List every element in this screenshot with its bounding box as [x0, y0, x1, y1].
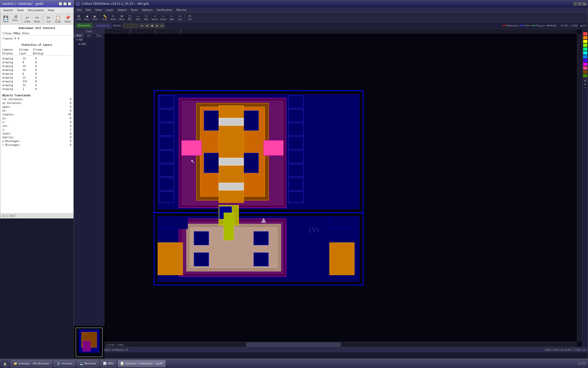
calibre-menu-object[interactable]: Object — [116, 8, 129, 12]
layer-color-1[interactable] — [583, 32, 587, 36]
menu-search[interactable]: Search — [1, 8, 15, 12]
svg-rect-57 — [194, 253, 209, 266]
tab-clips[interactable]: Clips — [94, 34, 104, 37]
taskbar-virtuoso[interactable]: 🔬 virtuoso — [54, 360, 75, 367]
virtuoso-icon: 🔬 — [57, 362, 60, 365]
taskbar-terminal[interactable]: 💻 Terminal — [77, 360, 99, 367]
vertex-button[interactable]: • Vertex — [151, 14, 159, 21]
geom-input[interactable] — [123, 23, 138, 28]
bookmarks-button[interactable]: Bookmarks — [75, 23, 93, 28]
layer-color-10[interactable] — [583, 66, 587, 70]
layer-row: drawing120 — [2, 76, 71, 80]
calibre-menu-file[interactable]: File — [75, 8, 84, 12]
taskbar-gedit[interactable]: 📝 readme (~Desktop) - gedit — [118, 360, 166, 367]
tab-list[interactable]: List — [84, 34, 94, 37]
save-button[interactable]: 💾 Save — [1, 14, 10, 24]
forth-button[interactable]: ▶ Forth — [91, 14, 99, 21]
ruler-button[interactable]: 📏 Ruler — [101, 14, 109, 21]
layer-color-8[interactable] — [583, 59, 587, 62]
menu-help[interactable]: Help — [46, 8, 56, 12]
taskbar-file-browser[interactable]: 📁 icdesign - File Browser — [11, 360, 52, 367]
layer-color-6[interactable] — [583, 51, 587, 55]
object-row: hs:0 — [2, 109, 71, 113]
clip-button[interactable]: ✂ Clip — [176, 14, 184, 21]
nav-last-button[interactable]: ⏭ — [160, 23, 165, 28]
horizontal-scrollbar[interactable] — [104, 342, 577, 347]
menu-tools[interactable]: Tools — [15, 8, 26, 12]
canvas-area[interactable]: -5 0 5 1.0 um — [104, 29, 582, 347]
fill-tool[interactable]: ▪ — [582, 82, 588, 86]
copy-button[interactable]: 📋 Copy — [54, 14, 63, 24]
nav-center-button[interactable]: ● — [150, 23, 154, 28]
layer-color-9[interactable] — [583, 63, 587, 66]
cell-child-name: INV — [82, 43, 86, 45]
notch-button[interactable]: ⌐ Notch — [159, 14, 167, 21]
paste-icon: 📌 — [65, 15, 70, 20]
undo-button[interactable]: ↩ Undo — [23, 14, 32, 24]
nav-next-button[interactable]: ▶ — [155, 23, 159, 28]
taskbar-drv[interactable]: 📊 DRV — [100, 360, 116, 367]
layer-color-4[interactable] — [583, 43, 587, 47]
svg-rect-46 — [219, 118, 244, 126]
cut-button[interactable]: ✂ Cut — [44, 14, 53, 24]
layer-color-3[interactable] — [583, 40, 587, 43]
calibre-menu-edit[interactable]: Edit — [84, 8, 93, 12]
terminal-label: Terminal — [84, 362, 96, 365]
calibre-minimize-button[interactable]: _ — [574, 2, 577, 6]
select-button[interactable]: ↖ Select — [109, 14, 118, 21]
back-button[interactable]: ◀ Back — [83, 14, 91, 21]
drv-label: DRV — [108, 362, 113, 365]
minimize-button[interactable]: _ — [59, 2, 62, 6]
tab-tree[interactable]: Tree — [74, 34, 84, 37]
object-row: es:0 — [2, 116, 71, 120]
svg-rect-62 — [158, 243, 183, 275]
layer-color-5[interactable] — [583, 47, 587, 51]
zall-button[interactable]: ⊞ Z All — [75, 14, 83, 21]
menu-documents[interactable]: Documents — [26, 8, 46, 12]
layer-color-11[interactable] — [583, 70, 587, 74]
poly-icon: ⬠ — [145, 14, 147, 18]
split-button[interactable]: ⊢ Split — [168, 14, 176, 21]
cells-panel: Cells Tree List Clips ▼ INV ● INV — [74, 29, 104, 347]
calibre-menu-tools[interactable]: Tools — [129, 8, 140, 12]
path-button[interactable]: — Path — [134, 14, 142, 21]
calibre-menu-layer[interactable]: Layer — [104, 8, 116, 12]
layouts-button[interactable]: Layouts (1) — [94, 23, 111, 28]
clock: 12:34 — [578, 362, 585, 365]
redo-icon: ↪ — [35, 15, 39, 20]
clip-label: Clip — [178, 18, 182, 21]
gedit-content-area: Individual Cell Statisti l/View PRBdy Ot… — [0, 25, 73, 214]
h-scroll-thumb[interactable] — [246, 343, 341, 347]
nav-prev-button[interactable]: ◀ — [145, 23, 149, 28]
maximize-button[interactable]: □ — [63, 2, 67, 6]
calibre-menu-verification[interactable]: Verification — [155, 8, 174, 12]
calibre-menu-view[interactable]: View — [93, 8, 104, 12]
hatch-tool[interactable]: ▦ — [582, 79, 588, 82]
calibre-maximize-button[interactable]: □ — [578, 2, 581, 6]
layer-row: drawing90 — [2, 60, 71, 64]
gedit-window: readme (~Desktop) - gedit _ □ × Search T… — [0, 0, 74, 219]
move-button[interactable]: ✥ Move — [118, 14, 126, 21]
paste-button[interactable]: 📌 Paste — [63, 14, 72, 24]
close-button[interactable]: × — [68, 2, 71, 6]
cell-tree-inv-child[interactable]: ● INV — [74, 42, 104, 46]
print-button[interactable]: 🖨 Print . — [11, 14, 21, 24]
object-row: s:2 — [2, 128, 71, 132]
layer-color-7[interactable] — [583, 55, 587, 58]
start-button[interactable]: 🐧 — [1, 360, 9, 368]
calibre-menu-options[interactable]: Options — [140, 8, 154, 12]
redo-button[interactable]: ↪ Redo — [32, 14, 42, 24]
poly-button[interactable]: ⬠ Poly — [142, 14, 150, 21]
nav-first-button[interactable]: ⏮ — [140, 23, 144, 28]
calibre-menu-macros[interactable]: Macros — [174, 8, 188, 12]
box-button[interactable]: □ Box — [126, 14, 134, 21]
layer-color-2[interactable] — [583, 36, 587, 39]
cell-tree-inv-parent[interactable]: ▼ INV — [74, 38, 104, 42]
line-tool[interactable]: ═ — [582, 86, 588, 89]
canvas-viewport[interactable]: INV ↖ — [104, 34, 577, 342]
path-label: Path — [136, 18, 140, 21]
layer-row: drawing140 — [2, 68, 71, 72]
2ai-button[interactable]: ⟳ 2 Ai — [186, 14, 194, 21]
object-row: a Blockages:0 — [2, 139, 71, 143]
layer-color-12[interactable] — [583, 74, 587, 78]
